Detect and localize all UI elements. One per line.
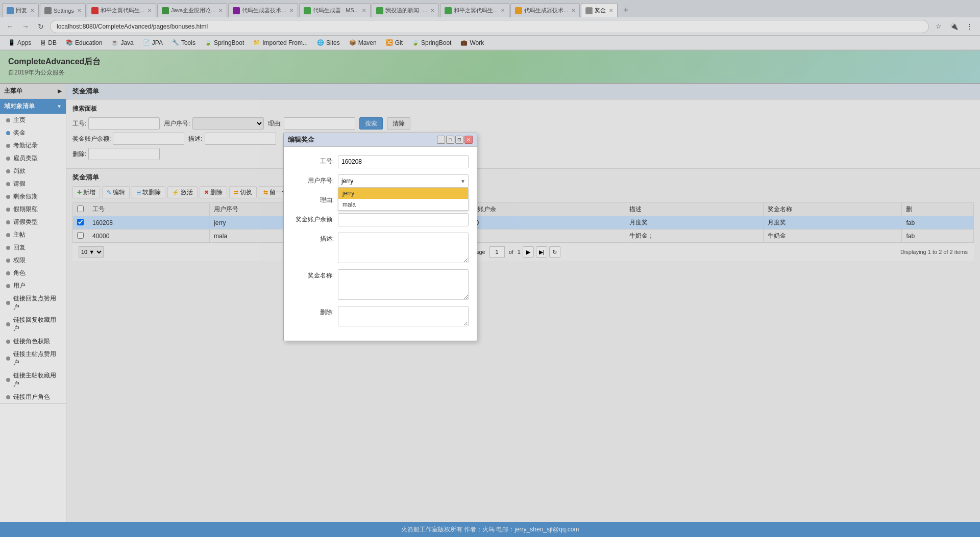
modal-bonus-account-label: 奖金账户余额: xyxy=(292,213,338,224)
modal-bonus-name-label: 奖金名称: xyxy=(292,269,338,280)
modal-titlebar[interactable]: 编辑奖金 _ □ ⊡ ✕ xyxy=(284,133,477,147)
modal-bonus-account-row: 奖金账户余额: xyxy=(292,213,469,226)
modal-employee-id-label: 工号: xyxy=(292,155,338,166)
modal-employee-id-row: 工号: xyxy=(292,155,469,168)
modal-description-row: 描述: xyxy=(292,233,469,263)
user-seq-dropdown: jerry mala xyxy=(338,188,469,211)
modal-description-label: 描述: xyxy=(292,233,338,243)
modal-bonus-name-textarea[interactable] xyxy=(338,269,469,300)
modal-user-seq-wrapper: ▼ jerry mala xyxy=(338,174,469,188)
modal-close-button[interactable]: ✕ xyxy=(464,136,473,144)
modal-user-seq-row: 用户序号: ▼ jerry mala xyxy=(292,174,469,188)
modal-maximize-button[interactable]: □ xyxy=(446,136,454,144)
modal-reason-label: 理由: xyxy=(292,194,338,204)
modal-delete-row: 删除: xyxy=(292,306,469,326)
modal-user-seq-label: 用户序号: xyxy=(292,174,338,185)
modal-delete-textarea[interactable] xyxy=(338,306,469,326)
modal-description-textarea[interactable] xyxy=(338,233,469,263)
dropdown-option-mala[interactable]: mala xyxy=(338,199,468,210)
modal-delete-label: 删除: xyxy=(292,306,338,317)
modal-content: 工号: 用户序号: ▼ jerry mala 理由: 奖金账户 xyxy=(284,147,477,341)
modal-bonus-account-input[interactable] xyxy=(338,213,469,226)
modal-minimize-button[interactable]: _ xyxy=(437,136,445,144)
modal-title: 编辑奖金 xyxy=(288,135,314,144)
modal-overlay: 编辑奖金 _ □ ⊡ ✕ 工号: 用户序号: ▼ jerry ma xyxy=(0,0,980,537)
edit-bonus-modal: 编辑奖金 _ □ ⊡ ✕ 工号: 用户序号: ▼ jerry ma xyxy=(283,133,477,341)
dropdown-option-jerry[interactable]: jerry xyxy=(338,188,468,199)
modal-user-seq-input[interactable] xyxy=(338,174,469,188)
modal-restore-button[interactable]: ⊡ xyxy=(455,136,463,144)
modal-bonus-name-row: 奖金名称: xyxy=(292,269,469,300)
modal-buttons: _ □ ⊡ ✕ xyxy=(437,136,473,144)
modal-employee-id-input[interactable] xyxy=(338,155,469,168)
